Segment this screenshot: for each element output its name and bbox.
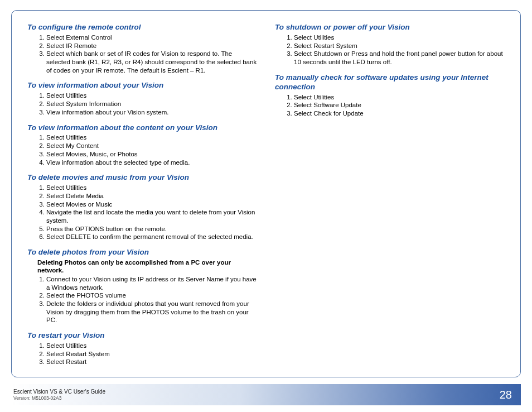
section-heading: To delete movies and music from your Vis… [27,173,257,183]
page-number: 28 [500,389,521,401]
step-item: Select Utilities [46,342,257,350]
section-heading: To view information about your Vision [27,81,257,90]
step-item: Select Movies, Music, or Photos [46,150,257,159]
step-item: Select IR Remote [46,42,257,50]
section: To configure the remote controlSelect Ex… [27,23,257,74]
section: To delete photos from your VisionDeletin… [27,248,257,324]
right-column: To shutdown or power off your VisionSele… [275,23,505,373]
step-item: Press the OPTIONS button on the remote. [46,225,257,233]
step-list: Select UtilitiesSelect Restart SystemSel… [285,33,505,66]
section-heading: To shutdown or power off your Vision [275,23,505,32]
step-item: Select Check for Update [294,109,505,118]
step-item: Select Software Update [294,101,505,109]
step-item: Select Utilities [294,93,505,102]
step-item: Select Utilities [46,133,257,142]
page-footer: Escient Vision VS & VC User's Guide Vers… [11,384,521,405]
step-item: Select Shutdown or Press and hold the fr… [294,50,505,66]
step-item: Delete the folders or individual photos … [46,300,257,324]
section: To view information about the content on… [27,123,257,167]
section: To restart your VisionSelect UtilitiesSe… [27,331,257,366]
step-item: Select Delete Media [46,192,257,200]
section-heading: To view information about the content on… [27,123,257,133]
section: To shutdown or power off your VisionSele… [275,23,505,66]
step-list: Select UtilitiesSelect Restart SystemSel… [37,342,257,366]
step-item: Select Restart [46,358,257,366]
step-list: Select UtilitiesSelect Software UpdateSe… [285,93,505,118]
step-item: Navigate the list and locate the media y… [46,208,257,224]
step-item: Connect to your Vision using its IP addr… [46,275,257,291]
step-item: Select Movies or Music [46,200,257,209]
step-list: Connect to your Vision using its IP addr… [37,275,257,324]
section-heading: To configure the remote control [27,23,257,32]
step-list: Select UtilitiesSelect System Informatio… [37,92,257,116]
step-item: Select Utilities [46,184,257,192]
step-list: Select UtilitiesSelect My ContentSelect … [37,133,257,166]
step-item: View information about the selected type… [46,159,257,167]
step-item: Select External Control [46,33,257,42]
section-heading: To delete photos from your Vision [27,248,257,257]
section: To delete movies and music from your Vis… [27,173,257,241]
guide-version: Version: M51003-02A3 [13,395,105,401]
section-heading: To manually check for software updates u… [275,73,505,92]
left-column: To configure the remote controlSelect Ex… [27,23,257,373]
page-frame: To configure the remote controlSelect Ex… [11,10,521,377]
footer-left: Escient Vision VS & VC User's Guide Vers… [11,389,105,401]
section: To view information about your VisionSel… [27,81,257,116]
step-item: Select DELETE to confirm the permanent r… [46,233,257,241]
step-item: Select Utilities [46,92,257,100]
section-heading: To restart your Vision [27,331,257,341]
section-note: Deleting Photos can only be accomplished… [37,258,257,275]
guide-title: Escient Vision VS & VC User's Guide [13,389,105,395]
step-item: Select System Information [46,100,257,108]
step-list: Select External ControlSelect IR RemoteS… [37,33,257,75]
section: To manually check for software updates u… [275,73,505,118]
step-item: View information about your Vision syste… [46,108,257,117]
step-item: Select the PHOTOS volume [46,291,257,300]
step-list: Select UtilitiesSelect Delete MediaSelec… [37,184,257,241]
step-item: Select which bank or set of IR codes for… [46,50,257,74]
step-item: Select Utilities [294,33,505,42]
step-item: Select My Content [46,142,257,150]
step-item: Select Restart System [46,350,257,358]
step-item: Select Restart System [294,42,505,50]
content-columns: To configure the remote controlSelect Ex… [27,23,505,373]
